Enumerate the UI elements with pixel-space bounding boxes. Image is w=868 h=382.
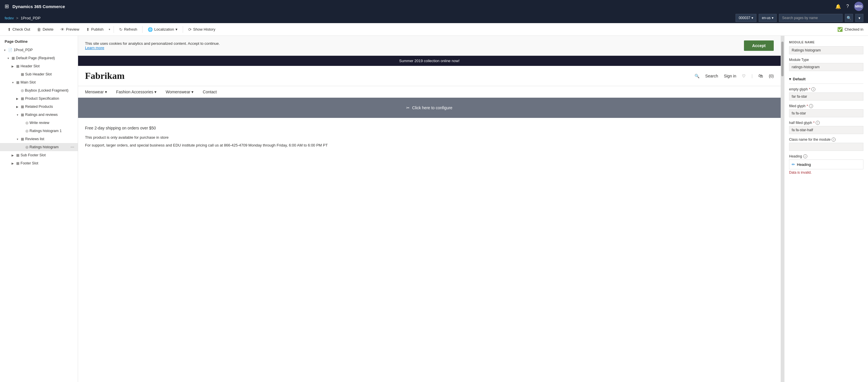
tree-label-related-products: Related Products <box>25 105 75 109</box>
filled-glyph-input[interactable] <box>789 109 863 117</box>
heading-edit-box[interactable]: ✏ Heading <box>789 160 863 169</box>
fashion-dropdown-icon: ▾ <box>154 90 156 94</box>
container-icon-related-products: ▦ <box>21 105 24 109</box>
heading-info[interactable]: i <box>803 154 807 158</box>
search-nav-label[interactable]: Search <box>705 74 718 78</box>
configure-text: Click here to configure <box>412 105 452 110</box>
half-filled-glyph-input[interactable] <box>789 126 863 134</box>
top-bar-icons: 🔔 ? MRG <box>835 2 863 11</box>
class-name-input[interactable] <box>789 143 863 151</box>
top-bar: ⊞ Dynamics 365 Commerce 🔔 ? MRG <box>0 0 868 13</box>
publish-label: Publish <box>91 27 103 31</box>
heading-edit-label: Heading <box>797 162 811 167</box>
category-menswear[interactable]: Menswear ▾ <box>85 90 107 94</box>
empty-glyph-input[interactable] <box>789 92 863 101</box>
category-contact[interactable]: Contact <box>203 90 217 94</box>
tree-item-buybox[interactable]: ◎ Buybox (Locked Fragment) <box>0 86 78 94</box>
empty-glyph-info[interactable]: i <box>811 87 815 91</box>
data-invalid-text: Data is invalid. <box>789 170 863 174</box>
half-filled-glyph-label: half filled glyph * i <box>789 121 863 125</box>
tree-label-ratings-histogram: Ratings histogram <box>30 145 69 149</box>
locale-dropdown[interactable]: en-us ▾ <box>759 14 777 22</box>
delete-label: Delete <box>42 27 54 31</box>
empty-glyph-required: * <box>809 87 810 91</box>
more-options-icon[interactable]: ··· <box>69 145 75 150</box>
search-pages-button[interactable]: 🔍 <box>845 14 853 22</box>
publish-dropdown-arrow[interactable]: ▾ <box>107 26 111 33</box>
learn-more-link[interactable]: Learn more <box>85 46 104 50</box>
half-filled-info[interactable]: i <box>816 121 820 125</box>
filled-glyph-info[interactable]: i <box>809 104 813 108</box>
tree-item-ratings-reviews[interactable]: ▾ ▦ Ratings and reviews <box>0 111 78 119</box>
localization-icon: 🌐 <box>148 27 153 32</box>
grid-icon[interactable]: ⊞ <box>5 3 9 9</box>
filled-glyph-required: * <box>807 104 808 108</box>
default-section-header[interactable]: ▾ Default <box>789 74 863 84</box>
checkout-button[interactable]: ⬆ Check Out <box>5 25 33 34</box>
breadcrumb-link[interactable]: fedev <box>5 16 14 20</box>
sign-in-link[interactable]: Sign in <box>724 74 736 78</box>
tree-label-ratings-histogram-1: Ratings histogram 1 <box>30 129 75 133</box>
heading-field-label: Heading i <box>789 154 863 158</box>
tree-item-main-slot[interactable]: ▾ ▦ Main Slot <box>0 78 78 86</box>
search-pages-input[interactable] <box>779 14 842 22</box>
preview-button[interactable]: 👁 Preview <box>58 25 82 34</box>
refresh-icon: ↻ <box>119 27 123 32</box>
tree-item-default-page[interactable]: ▾ ▦ Default Page (Required) <box>0 54 78 62</box>
womenswear-dropdown-icon: ▾ <box>191 90 193 94</box>
collapse-icon: ▾ <box>789 77 791 81</box>
tree-item-write-review[interactable]: ◎ Write review <box>0 119 78 127</box>
store-id-value: 000037 <box>739 16 750 20</box>
module-name-input[interactable] <box>789 46 863 54</box>
app-title: Dynamics 365 Commerce <box>12 4 832 9</box>
breadcrumb-current: 1Prod_PDP <box>21 16 40 20</box>
half-filled-required: * <box>813 121 814 125</box>
category-womenswear[interactable]: Womenswear ▾ <box>166 90 193 94</box>
search-expand-button[interactable]: ▾ <box>855 14 863 22</box>
tree-item-sub-header-slot[interactable]: ▦ Sub Header Slot <box>0 70 78 78</box>
refresh-button[interactable]: ↻ Refresh <box>116 25 140 34</box>
class-name-label: Class name for the module i <box>789 137 863 141</box>
help-icon[interactable]: ? <box>846 4 849 9</box>
configure-area[interactable]: ✂ Click here to configure <box>78 98 781 118</box>
main-layout: Page Outline ▾ 📄 1Prod_PDP ▾ ▦ Default P… <box>0 36 868 382</box>
tree-label-footer-slot: Footer Slot <box>21 161 75 165</box>
show-history-button[interactable]: ⟳ Show History <box>185 25 218 34</box>
localization-button[interactable]: 🌐 Localization ▾ <box>145 25 180 34</box>
publish-button[interactable]: ⬆ Publish <box>83 25 106 34</box>
category-womenswear-label: Womenswear <box>166 90 190 94</box>
module-icon-ratings-histogram: ◎ <box>26 145 28 149</box>
tree-item-footer-slot[interactable]: ▶ ▦ Footer Slot <box>0 159 78 167</box>
tree-item-ratings-histogram-1[interactable]: ◎ Ratings histogram 1 <box>0 127 78 135</box>
search-nav-icon[interactable]: 🔍 <box>694 74 700 78</box>
tree-label-header-slot: Header Slot <box>21 64 75 68</box>
cart-icon[interactable]: 🛍 <box>758 73 763 78</box>
tree-label-sub-header: Sub Header Slot <box>25 72 75 76</box>
tree-item-ratings-histogram[interactable]: ◎ Ratings histogram ··· <box>0 143 78 151</box>
expand-icon-reviews-list: ▾ <box>15 137 20 141</box>
module-type-input[interactable] <box>789 63 863 71</box>
accept-button[interactable]: Accept <box>744 40 774 51</box>
wishlist-icon[interactable]: ♡ <box>742 74 746 78</box>
toolbar-right: ✅ Checked in <box>837 27 863 32</box>
tree-item-header-slot[interactable]: ▶ ▦ Header Slot <box>0 62 78 70</box>
module-name-section-title: MODULE NAME <box>789 40 863 44</box>
cart-count[interactable]: (0) <box>769 74 774 78</box>
tree-item-related-products[interactable]: ▶ ▦ Related Products <box>0 103 78 111</box>
expand-icon-ratings-reviews: ▾ <box>15 113 20 117</box>
store-id-dropdown[interactable]: 000037 ▾ <box>736 14 756 22</box>
preview-scrollbar[interactable] <box>781 36 784 382</box>
delete-button[interactable]: 🗑 Delete <box>34 25 56 34</box>
tree-item-sub-footer-slot[interactable]: ▶ ▦ Sub Footer Slot <box>0 151 78 159</box>
class-name-info[interactable]: i <box>832 137 836 141</box>
tree-item-root[interactable]: ▾ 📄 1Prod_PDP <box>0 46 78 54</box>
checkout-icon: ⬆ <box>7 27 11 32</box>
history-icon: ⟳ <box>188 27 192 32</box>
sidebar: Page Outline ▾ 📄 1Prod_PDP ▾ ▦ Default P… <box>0 36 78 382</box>
bell-icon[interactable]: 🔔 <box>835 4 841 9</box>
category-fashion-accessories[interactable]: Fashion Accessories ▾ <box>116 90 156 94</box>
tree-item-reviews-list[interactable]: ▾ ▦ Reviews list <box>0 135 78 143</box>
avatar[interactable]: MRG <box>854 2 863 11</box>
tree-item-product-spec[interactable]: ▶ ▦ Product Specification <box>0 94 78 103</box>
preview-area: This site uses cookies for analytics and… <box>78 36 784 382</box>
